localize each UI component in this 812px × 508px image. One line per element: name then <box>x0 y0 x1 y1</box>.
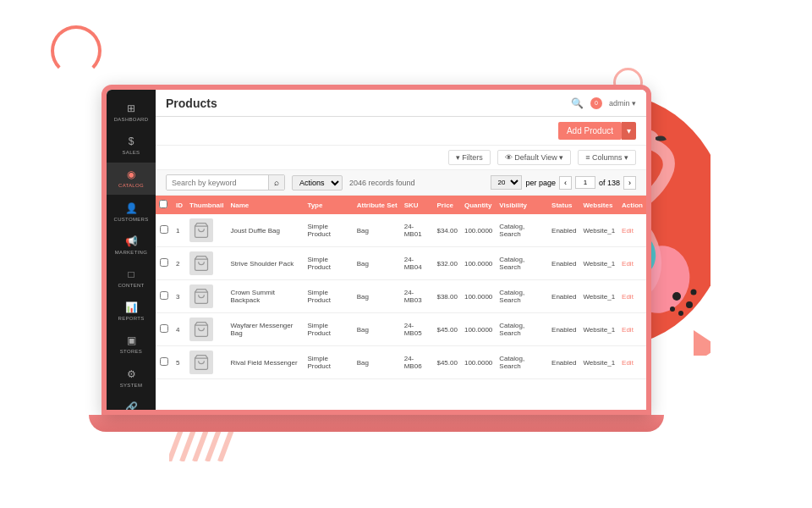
row-quantity: 100.0000 <box>461 313 496 346</box>
sidebar-label-content: CONTENT <box>118 283 144 289</box>
user-menu[interactable]: admin ▾ <box>609 99 636 108</box>
sidebar-item-dashboard[interactable]: ⊞ DASHBOARD <box>107 97 156 128</box>
col-websites[interactable]: Websites <box>579 196 618 214</box>
add-product-label: Add Product <box>567 126 613 135</box>
toolbar: Add Product ▾ <box>156 117 646 146</box>
row-websites: Website_1 <box>579 214 618 247</box>
next-page-button[interactable]: › <box>623 176 636 190</box>
edit-link[interactable]: Edit <box>622 293 634 301</box>
admin-layout: ⊞ DASHBOARD $ SALES ◉ CATALOG 👤 CUSTOMER… <box>107 90 646 410</box>
filters-button[interactable]: ▾ Filters <box>448 150 491 165</box>
row-type: Simple Product <box>304 247 353 280</box>
sidebar-item-stores[interactable]: ▣ STORES <box>107 329 156 360</box>
row-websites: Website_1 <box>579 346 618 379</box>
sidebar-item-marketing[interactable]: 📢 MARKETING <box>107 229 156 261</box>
row-thumbnail <box>186 214 227 247</box>
table-row: 4 Wayfarer Messenger Bag Simple Product … <box>156 313 646 346</box>
sidebar-item-customers[interactable]: 👤 CUSTOMERS <box>107 196 156 228</box>
sidebar-item-system[interactable]: ⚙ SYSTEM <box>107 362 156 394</box>
search-icon[interactable]: 🔍 <box>571 97 584 109</box>
row-quantity: 100.0000 <box>461 346 496 379</box>
row-quantity: 100.0000 <box>461 280 496 313</box>
row-action[interactable]: Edit <box>618 346 646 379</box>
col-name[interactable]: Name <box>227 196 304 214</box>
svg-point-9 <box>691 290 697 295</box>
row-action[interactable]: Edit <box>618 214 646 247</box>
table-body: 1 Joust Duffle Bag Simple Product Bag 24… <box>156 214 646 379</box>
row-sku: 24-MB04 <box>401 247 434 280</box>
search-button[interactable]: ⌕ <box>268 175 284 190</box>
columns-button[interactable]: ≡ Columns ▾ <box>578 150 636 165</box>
partners-icon: 🔗 <box>124 400 138 414</box>
edit-link[interactable]: Edit <box>622 227 634 235</box>
row-id: 3 <box>173 280 186 313</box>
main-content: Products 🔍 0 admin ▾ Add Product ▾ <box>156 90 646 410</box>
edit-link[interactable]: Edit <box>622 260 634 268</box>
prev-page-button[interactable]: ‹ <box>559 176 572 190</box>
col-status[interactable]: Status <box>548 196 579 214</box>
row-checkbox-cell <box>156 214 173 247</box>
col-type[interactable]: Type <box>304 196 353 214</box>
table-header-row: ID Thumbnail Name Type Attribute Set SKU… <box>156 196 646 214</box>
row-id: 1 <box>173 214 186 247</box>
svg-point-10 <box>670 306 675 312</box>
search-row: ⌕ Actions 2046 records found 20 per page… <box>156 170 646 196</box>
laptop-screen: ⊞ DASHBOARD $ SALES ◉ CATALOG 👤 CUSTOMER… <box>102 85 651 415</box>
row-checkbox[interactable] <box>160 291 168 300</box>
sidebar-label-catalog: CATALOG <box>118 183 144 189</box>
view-button[interactable]: 👁 Default View ▾ <box>497 150 571 165</box>
add-product-dropdown-button[interactable]: ▾ <box>622 122 636 140</box>
col-thumbnail[interactable]: Thumbnail <box>186 196 227 214</box>
row-checkbox[interactable] <box>160 258 168 267</box>
stores-icon: ▣ <box>124 334 138 347</box>
add-product-button[interactable]: Add Product <box>558 122 622 140</box>
row-attribute-set: Bag <box>354 280 401 313</box>
row-checkbox[interactable] <box>160 324 168 333</box>
col-action[interactable]: Action <box>618 196 646 214</box>
select-all-checkbox[interactable] <box>159 200 167 208</box>
sidebar-item-reports[interactable]: 📊 REPORTS <box>107 295 156 327</box>
page-title: Products <box>166 97 217 110</box>
search-input[interactable] <box>167 176 268 190</box>
row-thumbnail <box>186 247 227 280</box>
row-checkbox-cell <box>156 313 173 346</box>
row-action[interactable]: Edit <box>618 313 646 346</box>
actions-select[interactable]: Actions <box>292 175 343 190</box>
sidebar-label-system: SYSTEM <box>120 383 142 389</box>
sales-icon: $ <box>124 135 138 148</box>
row-action[interactable]: Edit <box>618 247 646 280</box>
row-id: 5 <box>173 346 186 379</box>
edit-link[interactable]: Edit <box>622 326 634 334</box>
row-sku: 24-MB03 <box>401 280 434 313</box>
sidebar-item-content[interactable]: □ CONTENT <box>107 262 156 294</box>
pagination: 20 per page ‹ of 138 › <box>491 175 636 190</box>
col-quantity[interactable]: Quantity <box>461 196 496 214</box>
row-attribute-set: Bag <box>354 346 401 379</box>
row-name: Crown Summit Backpack <box>227 280 304 313</box>
row-checkbox[interactable] <box>160 225 168 234</box>
sidebar: ⊞ DASHBOARD $ SALES ◉ CATALOG 👤 CUSTOMER… <box>107 90 156 410</box>
svg-point-7 <box>686 301 693 308</box>
sidebar-label-sales: SALES <box>123 150 140 156</box>
row-checkbox-cell <box>156 346 173 379</box>
col-id[interactable]: ID <box>173 196 186 214</box>
per-page-select[interactable]: 20 <box>491 175 522 190</box>
sidebar-item-catalog[interactable]: ◉ CATALOG <box>107 163 156 194</box>
row-name: Strive Shoulder Pack <box>227 247 304 280</box>
sidebar-item-sales[interactable]: $ SALES <box>107 130 156 161</box>
row-checkbox[interactable] <box>160 357 168 366</box>
filter-bar: ▾ Filters 👁 Default View ▾ ≡ Columns ▾ <box>156 146 646 170</box>
row-action[interactable]: Edit <box>618 280 646 313</box>
notification-badge[interactable]: 0 <box>590 97 602 109</box>
col-sku[interactable]: SKU <box>401 196 434 214</box>
sidebar-item-partners[interactable]: 🔗 FIND PARTNERS & EXTENSIONS <box>107 395 156 415</box>
per-page-label: per page <box>525 179 556 187</box>
col-price[interactable]: Price <box>433 196 460 214</box>
page-input[interactable] <box>575 176 595 189</box>
col-attribute-set[interactable]: Attribute Set <box>354 196 401 214</box>
sidebar-label-dashboard: DASHBOARD <box>114 117 149 123</box>
table-row: 5 Rival Field Messenger Simple Product B… <box>156 346 646 379</box>
columns-label: ≡ Columns ▾ <box>585 153 628 162</box>
col-visibility[interactable]: Visibility <box>496 196 548 214</box>
edit-link[interactable]: Edit <box>622 359 634 367</box>
